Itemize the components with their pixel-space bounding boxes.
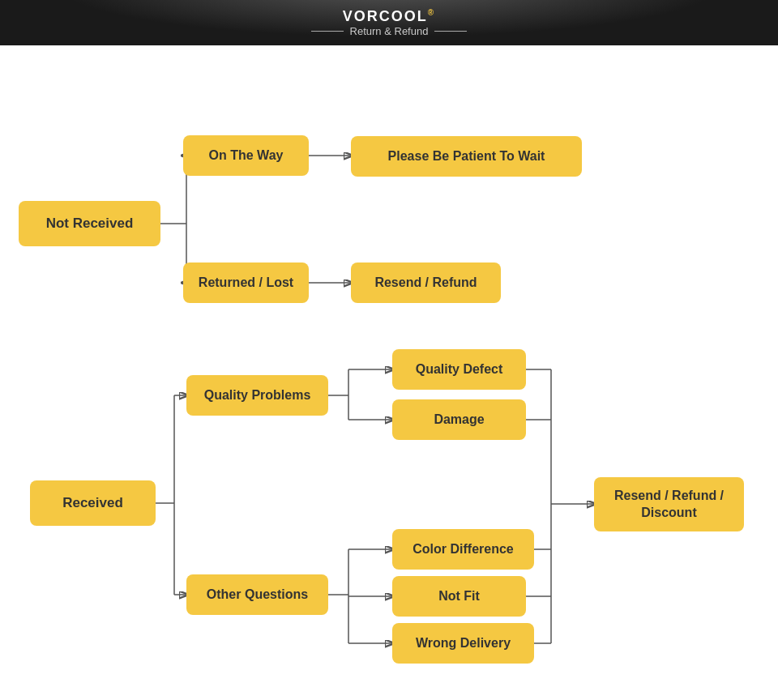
- damage-node: Damage: [392, 399, 526, 440]
- subtitle: Return & Refund: [311, 25, 468, 37]
- please-be-patient-node: Please Be Patient To Wait: [351, 136, 582, 177]
- resend-refund-1-node: Resend / Refund: [351, 262, 501, 303]
- flowchart: Not Received On The Way Please Be Patien…: [0, 45, 778, 700]
- wrong-delivery-node: Wrong Delivery: [392, 623, 534, 664]
- header: VORCOOL® Return & Refund: [0, 0, 778, 45]
- logo: VORCOOL®: [343, 8, 435, 25]
- quality-defect-node: Quality Defect: [392, 349, 526, 390]
- quality-problems-node: Quality Problems: [186, 375, 328, 416]
- subtitle-text: Return & Refund: [350, 25, 429, 37]
- resend-refund-discount-node: Resend / Refund / Discount: [594, 477, 744, 531]
- not-fit-node: Not Fit: [392, 576, 526, 617]
- on-the-way-node: On The Way: [183, 135, 309, 176]
- received-node: Received: [30, 480, 156, 526]
- color-difference-node: Color Difference: [392, 529, 534, 570]
- not-received-node: Not Received: [19, 201, 160, 246]
- returned-lost-node: Returned / Lost: [183, 262, 309, 303]
- other-questions-node: Other Questions: [186, 574, 328, 615]
- logo-text: VORCOOL: [343, 8, 428, 24]
- logo-suffix: ®: [428, 8, 435, 17]
